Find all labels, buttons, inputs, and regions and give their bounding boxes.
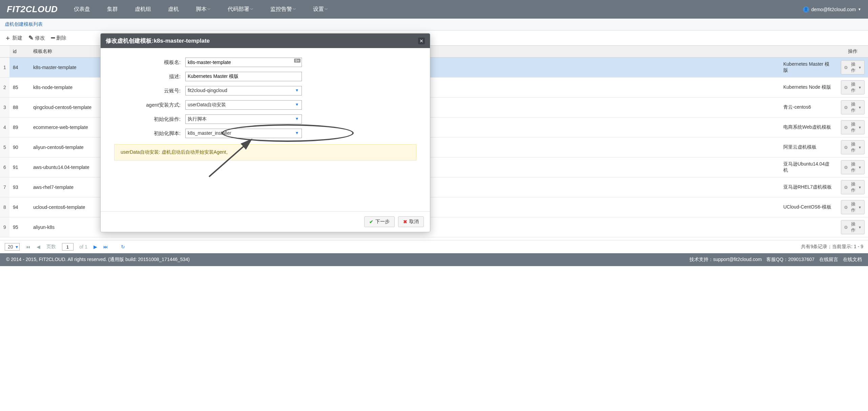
pager-nav: ⏮ ◀ 页数 of 1 ▶ ⏭ ↻	[26, 243, 125, 251]
chevron-down-icon: ﹀	[293, 7, 296, 12]
row-action-button[interactable]: ⚙ 操作 ▼	[841, 200, 865, 214]
nav-item[interactable]: 脚本﹀	[196, 6, 211, 13]
agent-install-select[interactable]: userData自动安装▾	[185, 100, 302, 110]
cell-desc: Kubernetes Master 模版	[780, 58, 838, 78]
init-script-select[interactable]: k8s_master_installer▾	[185, 129, 302, 138]
edit-button[interactable]: ✎修改	[28, 34, 45, 42]
cell-id: 93	[9, 177, 30, 197]
row-action-button[interactable]: ⚙ 操作 ▼	[841, 100, 865, 114]
plus-icon: ＋	[5, 34, 11, 42]
row-action-button[interactable]: ⚙ 操作 ▼	[841, 140, 865, 154]
close-icon[interactable]: ✕	[418, 38, 425, 44]
prev-page-icon: ◀	[37, 244, 40, 250]
online-doc-link[interactable]: 在线文档	[843, 257, 862, 263]
nav-item[interactable]: 虚机	[168, 6, 179, 13]
row-action-button[interactable]: ⚙ 操作 ▼	[841, 180, 865, 194]
cell-id: 95	[9, 217, 30, 237]
chevron-down-icon: ▾	[293, 130, 300, 137]
avatar-icon: 👤	[803, 6, 809, 13]
cancel-button[interactable]: ✖取消	[398, 216, 424, 227]
gear-icon: ⚙	[844, 225, 848, 230]
label-template-name: 模板名:	[114, 59, 185, 66]
row-action-button[interactable]: ⚙ 操作 ▼	[841, 160, 865, 174]
delete-button[interactable]: ━删除	[51, 34, 66, 42]
chevron-down-icon: ﹀	[207, 7, 211, 12]
page-input[interactable]	[62, 243, 74, 251]
nav-item[interactable]: 设置﹀	[313, 6, 328, 13]
cloud-account-select[interactable]: fit2cloud-qingcloud▾	[185, 86, 302, 95]
nav-items: 仪表盘集群虚机组虚机脚本﹀代码部署﹀监控告警﹀设置﹀	[74, 6, 328, 13]
row-number: 1	[0, 58, 9, 78]
caret-down-icon: ▼	[858, 66, 862, 69]
label-cloud-account: 云账号:	[114, 88, 185, 94]
refresh-icon[interactable]: ↻	[121, 244, 125, 250]
caret-down-icon: ▼	[858, 126, 862, 129]
label-init-op: 初始化操作:	[114, 116, 185, 123]
gear-icon: ⚙	[844, 205, 848, 210]
next-button[interactable]: ✔下一步	[364, 216, 395, 227]
row-action-button[interactable]: ⚙ 操作 ▼	[841, 60, 865, 74]
caret-down-icon: ▼	[858, 206, 862, 209]
row-number: 8	[0, 197, 9, 217]
new-button[interactable]: ＋新建	[5, 34, 22, 42]
minus-icon: ━	[51, 34, 55, 42]
description-input[interactable]	[185, 72, 302, 81]
info-box: userData自动安装: 虚机启动后自动开始安装Agent。	[114, 144, 416, 160]
nav-item[interactable]: 仪表盘	[74, 6, 90, 13]
caret-down-icon: ▼	[858, 225, 862, 229]
next-page-icon[interactable]: ▶	[94, 244, 97, 250]
row-action-button[interactable]: ⚙ 操作 ▼	[841, 120, 865, 134]
cell-desc: Kubernetes Node 模版	[780, 78, 838, 98]
page-size-select[interactable]: 20	[5, 243, 20, 251]
gear-icon: ⚙	[844, 85, 848, 90]
col-id[interactable]: id	[9, 46, 30, 58]
nav-item[interactable]: 虚机组	[135, 6, 151, 13]
gear-icon: ⚙	[844, 145, 848, 150]
footer: © 2014 - 2015, FIT2CLOUD. All rights res…	[0, 253, 868, 266]
row-number: 2	[0, 78, 9, 98]
gear-icon: ⚙	[844, 165, 848, 170]
template-name-input[interactable]	[185, 58, 302, 67]
row-number: 4	[0, 117, 9, 137]
cell-id: 90	[9, 137, 30, 157]
label-agent-install: agent安装方式:	[114, 102, 185, 108]
cell-id: 89	[9, 117, 30, 137]
cell-id: 94	[9, 197, 30, 217]
nav-item[interactable]: 代码部署﹀	[228, 6, 253, 13]
init-op-select[interactable]: 执行脚本▾	[185, 114, 302, 124]
online-msg-link[interactable]: 在线留言	[819, 257, 838, 263]
cell-desc: UCloud-CentOS6-模板	[780, 197, 838, 217]
user-menu[interactable]: 👤 demo@fit2cloud.com ▼	[803, 6, 861, 13]
chevron-down-icon: ﹀	[250, 7, 253, 12]
cell-desc: 亚马逊RHEL7虚机模板	[780, 177, 838, 197]
check-icon: ✔	[369, 219, 373, 224]
nav-item[interactable]: 监控告警﹀	[270, 6, 296, 13]
cell-desc: 阿里云虚机模板	[780, 137, 838, 157]
row-action-button[interactable]: ⚙ 操作 ▼	[841, 220, 865, 234]
cell-id: 85	[9, 78, 30, 98]
row-number: 6	[0, 157, 9, 177]
gear-icon: ⚙	[844, 105, 848, 110]
cell-desc: 电商系统Web虚机模板	[780, 117, 838, 137]
row-number: 9	[0, 217, 9, 237]
last-page-icon[interactable]: ⏭	[103, 244, 108, 250]
row-action-button[interactable]: ⚙ 操作 ▼	[841, 80, 865, 94]
breadcrumb: 虚机创建模板列表	[0, 19, 868, 30]
col-op: 操作	[838, 46, 868, 58]
x-icon: ✖	[403, 219, 407, 224]
caret-down-icon: ▼	[858, 86, 862, 89]
footer-copyright: © 2014 - 2015, FIT2CLOUD. All rights res…	[6, 257, 190, 263]
row-number: 3	[0, 98, 9, 117]
chevron-down-icon: ▾	[293, 87, 300, 94]
pencil-icon: ✎	[28, 34, 34, 42]
row-number: 5	[0, 137, 9, 157]
chevron-down-icon: ▾	[293, 116, 300, 123]
caret-down-icon: ▼	[858, 106, 862, 109]
nav-item[interactable]: 集群	[107, 6, 118, 13]
gear-icon: ⚙	[844, 185, 848, 190]
user-email: demo@fit2cloud.com	[811, 7, 856, 12]
cell-desc	[780, 217, 838, 237]
top-navbar: FIT2CLOUD 仪表盘集群虚机组虚机脚本﹀代码部署﹀监控告警﹀设置﹀ 👤 d…	[0, 0, 868, 19]
support-email-link[interactable]: support@fit2cloud.com	[713, 257, 762, 262]
label-description: 描述:	[114, 73, 185, 80]
